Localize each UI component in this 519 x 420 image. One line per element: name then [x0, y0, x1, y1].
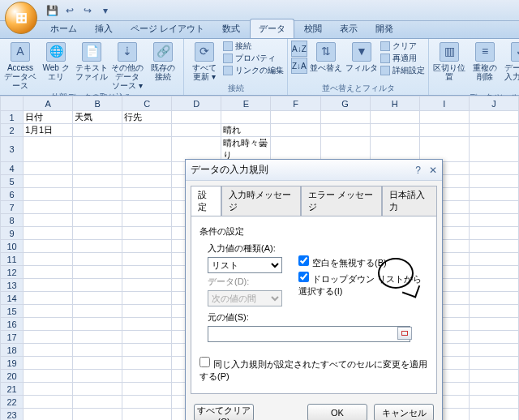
edit-links-item[interactable]: リンクの編集	[223, 65, 284, 76]
column-header[interactable]: D	[172, 96, 221, 111]
cell[interactable]	[24, 318, 73, 331]
cell[interactable]	[73, 305, 122, 318]
cell[interactable]	[24, 357, 73, 370]
cell[interactable]	[73, 240, 122, 253]
cell[interactable]	[469, 240, 518, 253]
row-header[interactable]: 4	[1, 162, 24, 175]
advanced-filter[interactable]: 詳細設定	[380, 65, 425, 76]
ok-button[interactable]: OK	[307, 404, 367, 420]
cell[interactable]	[73, 344, 122, 357]
cell[interactable]	[469, 266, 518, 279]
sort-button[interactable]: ⇅並べ替え	[309, 41, 343, 74]
sort-asc-button[interactable]: A↓Z	[291, 41, 307, 57]
sort-desc-button[interactable]: Z↓A	[291, 58, 307, 74]
cell[interactable]	[24, 266, 73, 279]
cell[interactable]	[122, 240, 172, 253]
cell[interactable]	[24, 279, 73, 292]
tab-view[interactable]: 表示	[332, 19, 366, 38]
cell[interactable]	[73, 279, 122, 292]
cell[interactable]	[73, 383, 122, 396]
row-header[interactable]: 11	[1, 253, 24, 266]
cell[interactable]	[122, 305, 172, 318]
column-header[interactable]	[1, 96, 24, 111]
ignore-blank-checkbox[interactable]: 空白を無視する(B)	[298, 258, 387, 268]
column-header[interactable]: B	[73, 96, 122, 111]
cell[interactable]	[122, 318, 172, 331]
cell[interactable]	[320, 111, 370, 124]
cell[interactable]	[24, 331, 73, 344]
cell[interactable]	[24, 383, 73, 396]
cell[interactable]	[122, 253, 172, 266]
column-header[interactable]: G	[320, 96, 370, 111]
cell[interactable]	[469, 175, 518, 188]
connections-item[interactable]: 接続	[223, 41, 284, 52]
cell[interactable]	[271, 111, 320, 124]
cell[interactable]	[73, 253, 122, 266]
save-icon[interactable]: 💾	[45, 4, 58, 17]
qat-more-icon[interactable]: ▾	[99, 4, 112, 17]
row-header[interactable]: 9	[1, 227, 24, 240]
cell[interactable]	[24, 188, 73, 201]
cell[interactable]	[469, 137, 518, 162]
data-validation-button[interactable]: ✓データの 入力規則 ▾	[504, 41, 519, 92]
source-input[interactable]	[208, 326, 410, 342]
cell[interactable]	[370, 124, 419, 137]
cell[interactable]	[469, 357, 518, 370]
row-header[interactable]: 14	[1, 292, 24, 305]
tab-developer[interactable]: 開発	[367, 19, 401, 38]
range-selector-button[interactable]	[397, 327, 412, 340]
clear-all-button[interactable]: すべてクリア(C)	[194, 404, 254, 420]
cell[interactable]	[122, 162, 172, 175]
cell[interactable]	[73, 201, 122, 214]
remove-duplicates-button[interactable]: ≡重複の 削除	[468, 41, 502, 83]
cell[interactable]	[469, 292, 518, 305]
cell[interactable]	[469, 279, 518, 292]
cell[interactable]	[24, 227, 73, 240]
cell[interactable]	[469, 201, 518, 214]
cell[interactable]	[73, 227, 122, 240]
row-header[interactable]: 12	[1, 266, 24, 279]
dlg-tab-input-message[interactable]: 入力時メッセージ	[221, 186, 301, 216]
row-header[interactable]: 15	[1, 305, 24, 318]
cell[interactable]	[24, 370, 73, 383]
allow-select[interactable]: リスト	[208, 257, 282, 273]
close-icon[interactable]: ✕	[429, 165, 437, 176]
cell[interactable]	[122, 214, 172, 227]
tab-insert[interactable]: 挿入	[87, 19, 121, 38]
row-header[interactable]: 1	[1, 111, 24, 124]
cell[interactable]	[419, 124, 469, 137]
cell[interactable]	[469, 344, 518, 357]
cell[interactable]	[122, 357, 172, 370]
row-header[interactable]: 6	[1, 188, 24, 201]
row-header[interactable]: 5	[1, 175, 24, 188]
cell[interactable]	[73, 318, 122, 331]
office-button[interactable]: ⊞	[5, 2, 37, 34]
cell[interactable]	[122, 227, 172, 240]
reapply-filter[interactable]: 再適用	[380, 53, 425, 64]
undo-icon[interactable]: ↩	[63, 4, 76, 17]
row-header[interactable]: 8	[1, 214, 24, 227]
help-icon[interactable]: ?	[415, 165, 421, 176]
row-header[interactable]: 2	[1, 124, 24, 137]
column-header[interactable]: C	[122, 96, 172, 111]
cell[interactable]	[73, 137, 122, 162]
cell[interactable]	[122, 188, 172, 201]
properties-item[interactable]: プロパティ	[223, 53, 284, 64]
text-to-columns-button[interactable]: ▥区切り位置	[432, 41, 466, 83]
cell[interactable]	[122, 266, 172, 279]
cell[interactable]	[469, 253, 518, 266]
cancel-button[interactable]: キャンセル	[374, 404, 434, 420]
cell[interactable]	[469, 305, 518, 318]
filter-button[interactable]: ▼フィルタ	[345, 41, 379, 74]
cell[interactable]	[73, 357, 122, 370]
cell[interactable]	[24, 253, 73, 266]
cell[interactable]	[24, 344, 73, 357]
in-cell-dropdown-checkbox[interactable]: ドロップダウン リストから選択する(I)	[298, 274, 422, 296]
cell[interactable]	[469, 409, 518, 421]
cell[interactable]	[122, 331, 172, 344]
from-access-button[interactable]: AAccess データベース	[3, 41, 37, 92]
cell[interactable]	[469, 331, 518, 344]
dialog-titlebar[interactable]: データの入力規則 ?✕	[186, 160, 442, 181]
cell[interactable]	[73, 292, 122, 305]
cell[interactable]: 行先	[122, 111, 172, 124]
